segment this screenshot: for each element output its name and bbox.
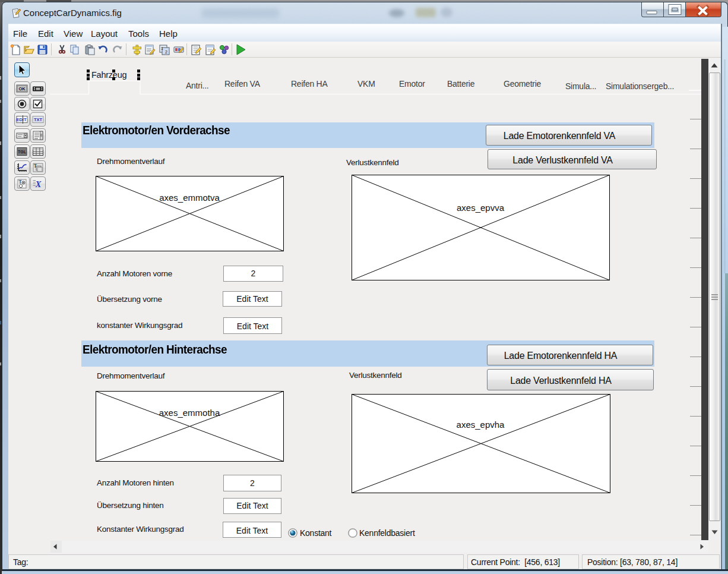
svg-text:TXT: TXT — [34, 117, 43, 122]
svg-text:axes_epvva: axes_epvva — [457, 203, 505, 213]
svg-text:axes_epvha: axes_epvha — [457, 420, 505, 430]
svg-text:X: X — [35, 179, 42, 189]
svg-text:2: 2 — [165, 50, 167, 54]
svg-text:OK: OK — [18, 86, 26, 92]
svg-text:TGL: TGL — [18, 150, 27, 154]
svg-text:EDIT: EDIT — [16, 117, 27, 122]
svg-text:1: 1 — [161, 46, 163, 51]
svg-text:T: T — [19, 179, 22, 185]
svg-text:axes_emmotha: axes_emmotha — [159, 408, 220, 418]
svg-text:axes_emmotva: axes_emmotva — [159, 193, 220, 203]
